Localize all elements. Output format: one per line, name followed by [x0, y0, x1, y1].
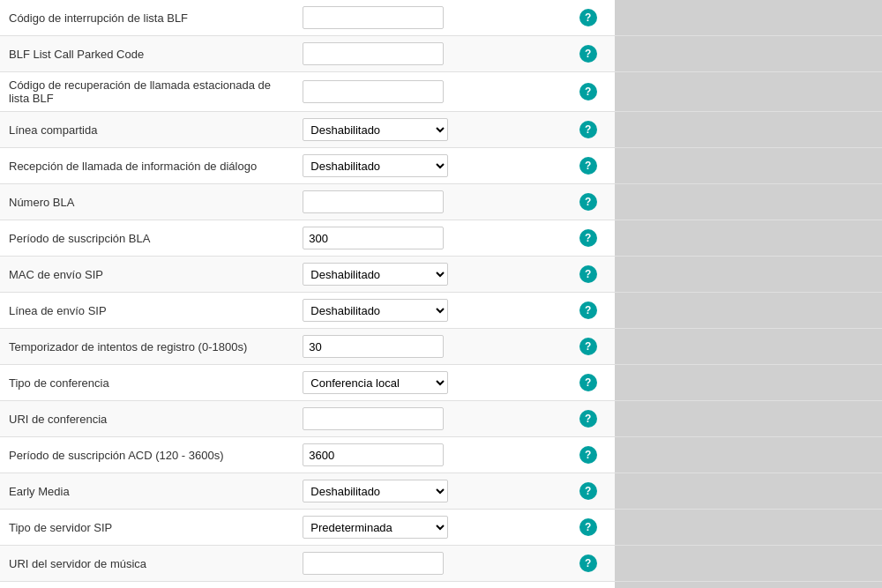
label-acd-subscription: Período de suscripción ACD (120 - 3600s): [0, 437, 294, 473]
right-panel-bla-subscription: [615, 220, 882, 257]
right-panel-music-server-uri: [615, 546, 882, 582]
label-bla-number: Número BLA: [0, 184, 294, 220]
right-panel-sip-send-line: [615, 293, 882, 329]
input-bla-number[interactable]: [303, 190, 444, 213]
input-cell-sip-mac: DeshabilitadoHabilitado: [294, 257, 561, 293]
help-cell-early-media: ?: [561, 473, 615, 510]
right-panel-sip-mac: [615, 257, 882, 293]
label-sip-mac: MAC de envío SIP: [0, 257, 294, 293]
input-cell-music-server-uri: [294, 546, 561, 582]
help-cell-sip-send-line: ?: [561, 293, 615, 329]
table-row: Número BLA?: [0, 184, 882, 220]
help-cell-conference-type: ?: [561, 365, 615, 401]
help-cell-register-timer: ?: [561, 329, 615, 365]
right-panel-register-timer: [615, 329, 882, 365]
input-blf-recovery-code[interactable]: [303, 80, 444, 103]
help-cell-blf-interrupt-code: ?: [561, 0, 615, 36]
input-cell-blf-interrupt-code: [294, 0, 561, 36]
label-dialog-info: Recepción de llamada de información de d…: [0, 148, 294, 184]
help-icon-conference-uri[interactable]: ?: [579, 410, 597, 428]
table-row: Tipo de servidor SIPPredeterminadaAsteri…: [0, 510, 882, 546]
label-shared-line: Línea compartida: [0, 112, 294, 148]
select-shared-line[interactable]: DeshabilitadoHabilitado: [303, 118, 448, 141]
label-blf-interrupt-code: Código de interrupción de lista BLF: [0, 0, 294, 36]
input-cell-blf-recovery-code: [294, 72, 561, 112]
input-cell-acd-subscription: [294, 437, 561, 473]
right-panel-dialog-info: [615, 148, 882, 184]
input-cell-blf-call-parked-code: [294, 36, 561, 72]
label-register-timer: Temporizador de intentos de registro (0-…: [0, 329, 294, 365]
table-row: Temporizador de intentos de registro (0-…: [0, 329, 882, 365]
input-blf-call-parked-code[interactable]: [303, 42, 444, 65]
table-row: Early MediaDeshabilitadoHabilitado?: [0, 473, 882, 510]
label-early-media: Early Media: [0, 473, 294, 510]
help-cell-sip-mac: ?: [561, 257, 615, 293]
help-icon-blf-call-parked-code[interactable]: ?: [579, 45, 597, 63]
label-blf-call-parked-code: BLF List Call Parked Code: [0, 36, 294, 72]
input-cell-register-timer: [294, 329, 561, 365]
input-cell-sip-send-line: DeshabilitadoHabilitado: [294, 293, 561, 329]
select-conference-type[interactable]: Conferencia localConferencia de red: [303, 371, 448, 394]
table-row: Período de suscripción BLA?: [0, 220, 882, 257]
help-icon-sip-mac[interactable]: ?: [579, 265, 597, 283]
help-cell-music-server-uri: ?: [561, 546, 615, 582]
input-cell-bla-subscription: [294, 220, 561, 257]
input-cell-sip-server-type: PredeterminadaAsteriskBroadSoftCUCM: [294, 510, 561, 546]
input-blf-interrupt-code[interactable]: [303, 6, 444, 29]
select-sip-server-type[interactable]: PredeterminadaAsteriskBroadSoftCUCM: [303, 516, 448, 539]
help-icon-blf-recovery-code[interactable]: ?: [579, 83, 597, 100]
table-row: Línea de envío SIPDeshabilitadoHabilitad…: [0, 293, 882, 329]
table-row: Código de recuperación de llamada estaci…: [0, 72, 882, 112]
help-cell-conference-uri: ?: [561, 401, 615, 437]
help-icon-register-timer[interactable]: ?: [579, 338, 597, 355]
help-cell-blf-recovery-code: ?: [561, 72, 615, 112]
help-icon-dialog-info[interactable]: ?: [579, 157, 597, 175]
right-panel-conference-type: [615, 365, 882, 401]
table-row: Tipo de conferenciaConferencia localConf…: [0, 365, 882, 401]
help-icon-early-media[interactable]: ?: [579, 482, 597, 500]
label-blf-recovery-code: Código de recuperación de llamada estaci…: [0, 72, 294, 112]
select-dialog-info[interactable]: DeshabilitadoHabilitado: [303, 154, 448, 177]
label-sip-server-type: Tipo de servidor SIP: [0, 510, 294, 546]
right-panel-conference-uri: [615, 401, 882, 437]
help-icon-sip-send-line[interactable]: ?: [579, 301, 597, 319]
table-row: URI de conferencia?: [0, 401, 882, 437]
label-sip-send-line: Línea de envío SIP: [0, 293, 294, 329]
help-icon-music-server-uri[interactable]: ?: [579, 555, 597, 572]
table-row: URI del servidor de música?: [0, 546, 882, 582]
select-sip-mac[interactable]: DeshabilitadoHabilitado: [303, 263, 448, 286]
table-row: MAC de envío SIPDeshabilitadoHabilitado?: [0, 257, 882, 293]
table-row: Período de suscripción ACD (120 - 3600s)…: [0, 437, 882, 473]
table-row: BLF List Call Parked Code?: [0, 36, 882, 72]
right-panel-blf-recovery-code: [615, 72, 882, 112]
right-panel-bla-number: [615, 184, 882, 220]
settings-form: Código de interrupción de lista BLF?BLF …: [0, 0, 882, 588]
help-icon-bla-number[interactable]: ?: [579, 193, 597, 211]
select-sip-send-line[interactable]: DeshabilitadoHabilitado: [303, 299, 448, 322]
label-directed-call-code: Código de recepción de llamada dirigida: [0, 582, 294, 589]
help-cell-bla-subscription: ?: [561, 220, 615, 257]
input-bla-subscription[interactable]: [303, 227, 444, 249]
help-icon-conference-type[interactable]: ?: [579, 374, 597, 391]
label-conference-uri: URI de conferencia: [0, 401, 294, 437]
input-acd-subscription[interactable]: [303, 443, 444, 466]
right-panel-early-media: [615, 473, 882, 510]
help-icon-blf-interrupt-code[interactable]: ?: [579, 9, 597, 26]
help-icon-bla-subscription[interactable]: ?: [579, 229, 597, 247]
right-panel-blf-interrupt-code: [615, 0, 882, 36]
help-icon-sip-server-type[interactable]: ?: [579, 518, 597, 536]
right-panel-shared-line: [615, 112, 882, 148]
select-early-media[interactable]: DeshabilitadoHabilitado: [303, 480, 448, 502]
right-panel-sip-server-type: [615, 510, 882, 546]
input-cell-dialog-info: DeshabilitadoHabilitado: [294, 148, 561, 184]
help-cell-shared-line: ?: [561, 112, 615, 148]
table-row: Código de interrupción de lista BLF?: [0, 0, 882, 36]
input-cell-conference-type: Conferencia localConferencia de red: [294, 365, 561, 401]
help-icon-acd-subscription[interactable]: ?: [579, 446, 597, 464]
input-conference-uri[interactable]: [303, 407, 444, 430]
input-music-server-uri[interactable]: [303, 552, 444, 575]
label-bla-subscription: Período de suscripción BLA: [0, 220, 294, 257]
input-register-timer[interactable]: [303, 335, 444, 358]
right-panel-directed-call-code: [615, 582, 882, 589]
help-icon-shared-line[interactable]: ?: [579, 121, 597, 138]
